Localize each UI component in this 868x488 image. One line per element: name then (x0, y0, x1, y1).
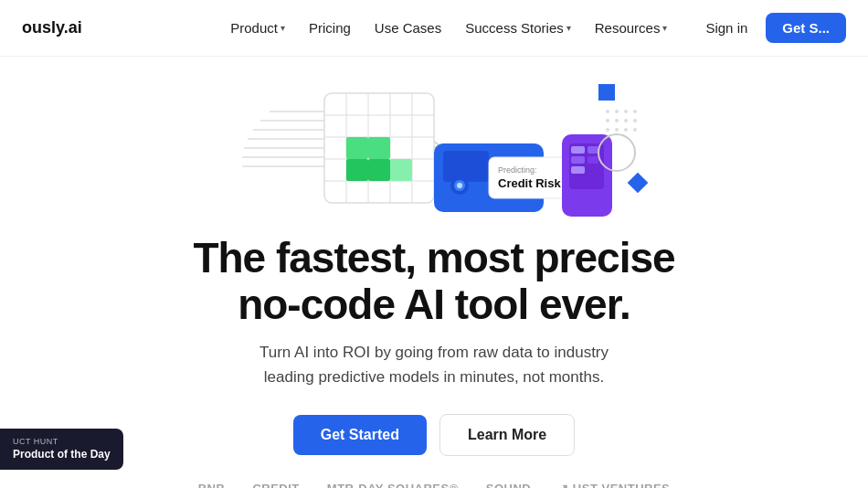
svg-rect-18 (346, 159, 368, 181)
nav-product[interactable]: Product ▾ (221, 15, 294, 41)
nav-use-cases[interactable]: Use Cases (365, 15, 450, 41)
svg-point-48 (615, 128, 619, 132)
svg-rect-20 (390, 159, 412, 181)
hero-illustration: Predicting: Credit Risk (215, 66, 653, 226)
svg-rect-32 (571, 156, 585, 164)
svg-text:Credit Risk: Credit Risk (498, 176, 561, 190)
logos-row: BNB CREDIT MTR-DAY SQUARES® Sound ↗ UST … (198, 482, 671, 488)
svg-point-25 (457, 183, 462, 188)
nav-cta-button[interactable]: Get S... (766, 13, 846, 43)
nav-success-stories[interactable]: Success Stories ▾ (456, 15, 580, 41)
hero-title: The fastest, most precise no-code AI too… (193, 235, 674, 327)
svg-point-40 (615, 110, 619, 113)
svg-rect-38 (628, 173, 649, 194)
chevron-down-icon: ▾ (566, 23, 571, 33)
ph-main-label: Product of the Day (13, 447, 111, 462)
svg-point-44 (615, 119, 619, 122)
logo-ust: ↗ UST VENTURES (558, 482, 670, 488)
svg-rect-36 (598, 84, 615, 101)
logo-credit: CREDIT (252, 482, 299, 488)
learn-more-button[interactable]: Learn More (439, 414, 575, 456)
svg-rect-16 (346, 137, 368, 159)
svg-rect-31 (571, 146, 585, 154)
hero-section: Predicting: Credit Risk (0, 57, 868, 488)
svg-point-47 (606, 128, 609, 132)
svg-rect-19 (368, 159, 390, 181)
nav-links: Product ▾ Pricing Use Cases Success Stor… (221, 15, 676, 41)
svg-text:Predicting:: Predicting: (498, 165, 537, 175)
svg-point-50 (633, 128, 637, 132)
product-hunt-badge[interactable]: UCT HUNT Product of the Day (0, 429, 123, 470)
logo[interactable]: ously.ai (22, 18, 82, 37)
svg-rect-17 (368, 137, 390, 159)
get-started-button[interactable]: Get Started (293, 415, 427, 455)
svg-point-49 (624, 128, 628, 132)
svg-rect-33 (571, 166, 585, 174)
logo-sound: Sound (486, 482, 531, 488)
signin-button[interactable]: Sign in (694, 15, 758, 41)
logo-mtr: MTR-DAY SQUARES® (327, 482, 459, 488)
svg-point-45 (624, 119, 628, 122)
hero-subtitle: Turn AI into ROI by going from raw data … (233, 340, 635, 389)
svg-rect-34 (587, 146, 598, 154)
nav-resources[interactable]: Resources ▾ (586, 15, 677, 41)
logo-bnb: BNB (198, 482, 226, 488)
svg-point-42 (633, 110, 637, 113)
svg-point-46 (633, 119, 637, 122)
svg-rect-35 (587, 156, 598, 164)
ph-pre-label: UCT HUNT (13, 436, 111, 448)
svg-point-43 (606, 119, 609, 122)
chevron-down-icon: ▾ (662, 23, 667, 33)
chevron-down-icon: ▾ (281, 23, 285, 33)
svg-point-39 (606, 110, 609, 113)
navbar: ously.ai Product ▾ Pricing Use Cases Suc… (0, 0, 868, 57)
svg-rect-22 (443, 151, 489, 182)
nav-pricing[interactable]: Pricing (300, 15, 360, 41)
hero-buttons: Get Started Learn More (293, 414, 576, 456)
svg-point-41 (624, 110, 628, 113)
